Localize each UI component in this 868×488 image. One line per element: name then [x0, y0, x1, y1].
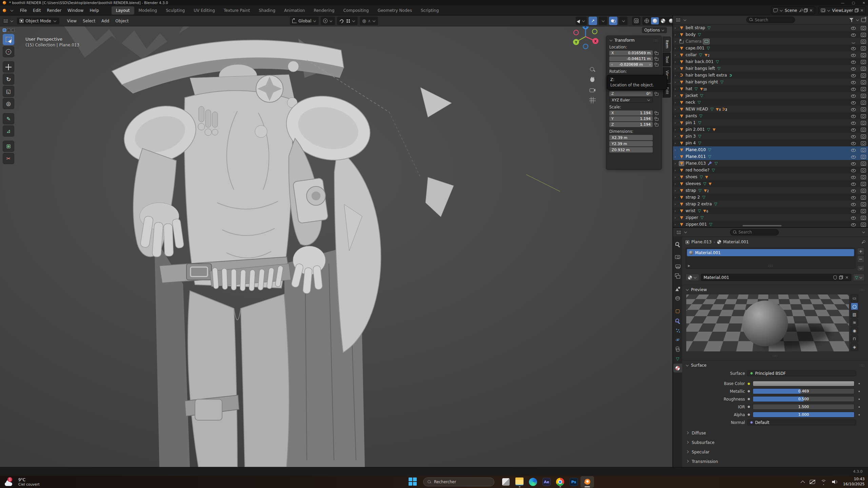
dimension-field[interactable]: X2.39 m	[609, 135, 653, 140]
expand-icon[interactable]: ›	[674, 46, 677, 50]
object-name[interactable]: sleeves	[686, 181, 701, 186]
disable-render-icon[interactable]	[861, 202, 866, 207]
expand-icon[interactable]: ›	[674, 100, 677, 105]
options-dropdown[interactable]: Options	[642, 27, 667, 33]
object-name[interactable]: body	[686, 32, 696, 37]
disable-render-icon[interactable]	[861, 86, 866, 92]
workspace-tab[interactable]: Animation	[280, 6, 309, 15]
expand-icon[interactable]: ›	[674, 175, 677, 179]
properties-tab[interactable]	[673, 240, 682, 248]
add-slot-button[interactable]: +	[857, 248, 864, 255]
pivot-point-dropdown[interactable]	[321, 17, 335, 25]
properties-tab[interactable]	[673, 271, 682, 280]
outliner-item[interactable]: › zipper	[673, 214, 868, 221]
object-name[interactable]: Plane.013	[686, 161, 706, 166]
tool-button[interactable]	[3, 61, 14, 73]
hide-viewport-icon[interactable]	[851, 127, 856, 132]
wifi-icon[interactable]	[821, 480, 827, 484]
expand-icon[interactable]: ›	[674, 168, 677, 172]
value-slider[interactable]: 1.000	[753, 412, 854, 418]
viewport-menu-item[interactable]: Add	[98, 18, 112, 24]
object-name[interactable]: pin 4	[686, 141, 696, 145]
value-slider[interactable]: 1.500	[753, 404, 854, 410]
lock-icon[interactable]	[654, 111, 658, 115]
overlays-toggle[interactable]	[609, 17, 617, 25]
collapse-icon[interactable]	[686, 288, 689, 291]
value-slider[interactable]: 0.469	[753, 388, 854, 394]
properties-tab[interactable]	[673, 307, 682, 316]
object-name[interactable]: pants	[686, 114, 697, 118]
properties-search[interactable]	[730, 229, 779, 236]
hide-viewport-icon[interactable]	[851, 175, 856, 180]
search-input[interactable]	[755, 18, 792, 22]
menu-item[interactable]: File	[17, 7, 30, 14]
rotation-mode-dropdown[interactable]: XYZ Euler	[609, 97, 653, 103]
disable-render-icon[interactable]	[861, 161, 866, 166]
tool-button[interactable]	[3, 46, 14, 57]
expand-icon[interactable]: ›	[674, 114, 677, 118]
hide-viewport-icon[interactable]	[851, 147, 856, 152]
disable-render-icon[interactable]	[861, 107, 866, 112]
expand-icon[interactable]: ›	[674, 134, 677, 139]
remove-view-layer-icon[interactable]: ✕	[860, 8, 864, 13]
object-name[interactable]: hair back.001	[686, 59, 713, 64]
object-name[interactable]: Camera	[686, 39, 702, 44]
keyframe-dot-icon[interactable]	[859, 414, 860, 415]
expand-icon[interactable]: ›	[674, 209, 677, 213]
filter-icon[interactable]	[849, 18, 854, 22]
preview-shape-button[interactable]	[851, 327, 858, 334]
hide-viewport-icon[interactable]	[851, 46, 856, 51]
menu-item[interactable]: Help	[86, 7, 102, 14]
disable-render-icon[interactable]	[861, 59, 866, 64]
expand-icon[interactable]: ›	[674, 216, 677, 220]
menu-item[interactable]: Edit	[30, 7, 44, 14]
expand-icon[interactable]: ›	[674, 66, 677, 71]
snap-controls[interactable]	[337, 17, 358, 25]
taskbar-app[interactable]	[553, 476, 567, 488]
object-name[interactable]: hat	[686, 86, 692, 91]
hide-viewport-icon[interactable]	[851, 202, 856, 207]
outliner-item[interactable]: › hair back.001	[673, 58, 868, 65]
taskbar-search-input[interactable]	[434, 480, 478, 484]
hide-viewport-icon[interactable]	[851, 222, 856, 227]
expand-icon[interactable]: ›	[674, 73, 677, 78]
scene-selector[interactable]: Scene ✕	[771, 6, 815, 14]
material-browse-dropdown[interactable]	[686, 274, 699, 281]
workspace-tab[interactable]: UV Editing	[189, 6, 219, 15]
taskbar-app[interactable]: Ae	[540, 476, 553, 488]
expand-icon[interactable]: ›	[674, 107, 677, 111]
object-name[interactable]: strap 2 extra	[686, 202, 712, 206]
material-name-field[interactable]: Material.001 ✕	[701, 274, 851, 281]
properties-tab[interactable]	[673, 316, 682, 325]
outliner-item[interactable]: › hair bangs left extra	[673, 72, 868, 79]
hide-viewport-icon[interactable]	[851, 120, 856, 125]
object-name[interactable]: belt strap	[686, 25, 705, 30]
keyframe-dot-icon[interactable]	[859, 391, 860, 392]
disable-render-icon[interactable]	[861, 195, 866, 200]
expand-icon[interactable]: ›	[674, 60, 677, 64]
object-name[interactable]: cape.001	[686, 46, 705, 50]
link-target-dropdown[interactable]: ▽	[853, 274, 865, 281]
hide-viewport-icon[interactable]	[851, 168, 856, 173]
tool-button[interactable]	[3, 113, 14, 124]
tool-button[interactable]	[3, 74, 14, 85]
hide-viewport-icon[interactable]	[851, 80, 856, 85]
outliner-item[interactable]: › zipper.001	[673, 221, 868, 228]
pin-icon[interactable]	[799, 9, 802, 12]
expand-icon[interactable]: ›	[674, 195, 677, 200]
object-name[interactable]: Plane.010	[686, 147, 706, 152]
taskbar-app[interactable]	[513, 476, 526, 488]
outliner-item[interactable]: › strap 2	[673, 194, 868, 201]
disable-render-icon[interactable]	[861, 25, 866, 30]
shading-wireframe-button[interactable]	[643, 17, 651, 24]
chevron-down-icon[interactable]	[862, 230, 865, 233]
workspace-tab[interactable]: Geometry Nodes	[373, 6, 416, 15]
expand-icon[interactable]: ›	[674, 94, 677, 98]
preview-shape-button[interactable]	[851, 343, 858, 351]
minimize-button[interactable]: —	[841, 1, 844, 5]
outliner-item[interactable]: › cape.001	[673, 45, 868, 52]
hide-viewport-icon[interactable]	[851, 195, 856, 200]
workspace-tab[interactable]: Scripting	[416, 6, 443, 15]
expand-icon[interactable]: ›	[674, 80, 677, 84]
taskbar-app[interactable]: Ps	[567, 476, 580, 488]
